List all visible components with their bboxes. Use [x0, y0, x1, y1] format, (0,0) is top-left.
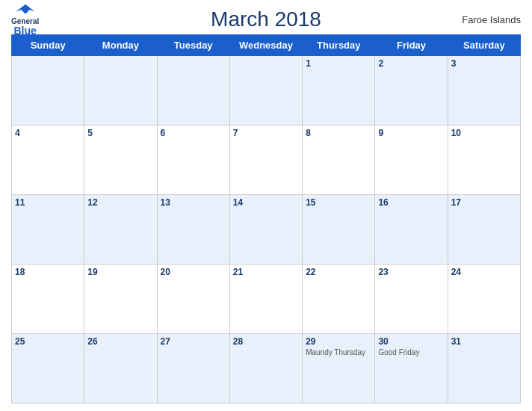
calendar-week-row: 123 — [12, 56, 521, 126]
table-row: 25 — [12, 334, 84, 404]
day-number: 4 — [15, 128, 81, 138]
table-row: 15 — [303, 195, 375, 265]
day-number: 8 — [306, 128, 371, 138]
table-row: 17 — [448, 195, 520, 265]
header-thursday: Thursday — [303, 35, 375, 56]
calendar-header: General Blue March 2018 Faroe Islands — [11, 7, 521, 31]
day-number: 29 — [306, 336, 371, 347]
table-row: 4 — [12, 126, 84, 195]
day-number: 21 — [233, 267, 299, 277]
calendar-week-row: 2526272829Maundy Thursday30Good Friday31 — [12, 334, 521, 404]
day-number: 7 — [233, 128, 299, 138]
table-row: 11 — [12, 195, 84, 265]
day-number: 26 — [87, 336, 153, 347]
generalblue-logo: General Blue — [11, 2, 39, 37]
calendar-week-row: 45678910 — [12, 126, 521, 195]
table-row: 7 — [229, 126, 302, 195]
table-row: 22 — [303, 265, 375, 334]
logo-bird-icon — [14, 2, 37, 17]
header-sunday: Sunday — [12, 35, 84, 56]
table-row: 16 — [375, 195, 448, 265]
table-row: 21 — [229, 265, 302, 334]
day-number: 18 — [15, 267, 81, 277]
table-row: 27 — [157, 334, 229, 404]
day-number: 10 — [451, 128, 517, 138]
table-row: 18 — [12, 265, 84, 334]
calendar-body: 1234567891011121314151617181920212223242… — [12, 56, 521, 404]
calendar-table: Sunday Monday Tuesday Wednesday Thursday… — [11, 34, 521, 404]
header-friday: Friday — [375, 35, 448, 56]
day-number: 15 — [306, 197, 371, 208]
table-row: 30Good Friday — [375, 334, 448, 404]
day-number: 13 — [161, 197, 226, 208]
days-header-row: Sunday Monday Tuesday Wednesday Thursday… — [12, 35, 521, 56]
day-number: 22 — [306, 267, 371, 277]
day-number: 20 — [161, 267, 226, 277]
table-row: 5 — [84, 126, 157, 195]
day-number: 19 — [87, 267, 153, 277]
day-number: 12 — [87, 197, 153, 208]
table-row: 1 — [303, 56, 375, 126]
day-number: 23 — [378, 267, 444, 277]
header-wednesday: Wednesday — [229, 35, 302, 56]
table-row: 8 — [303, 126, 375, 195]
table-row: 9 — [375, 126, 448, 195]
day-number: 5 — [87, 128, 153, 138]
table-row: 10 — [448, 126, 520, 195]
table-row: 2 — [375, 56, 448, 126]
header-monday: Monday — [84, 35, 157, 56]
day-number: 16 — [378, 197, 444, 208]
holiday-label: Maundy Thursday — [306, 348, 371, 356]
day-number: 31 — [451, 336, 517, 347]
logo-blue: Blue — [13, 25, 36, 37]
calendar-week-row: 18192021222324 — [12, 265, 521, 334]
day-number: 6 — [161, 128, 226, 138]
day-number: 24 — [451, 267, 517, 277]
header-tuesday: Tuesday — [157, 35, 229, 56]
day-number: 2 — [378, 58, 444, 69]
svg-marker-0 — [16, 4, 35, 14]
table-row — [229, 56, 302, 126]
table-row: 20 — [157, 265, 229, 334]
day-number: 27 — [161, 336, 226, 347]
table-row: 14 — [229, 195, 302, 265]
table-row: 6 — [157, 126, 229, 195]
table-row: 31 — [448, 334, 520, 404]
day-number: 3 — [451, 58, 517, 69]
table-row: 24 — [448, 265, 520, 334]
day-number: 28 — [233, 336, 299, 347]
region-label: Faroe Islands — [462, 14, 521, 25]
calendar-title: March 2018 — [211, 7, 321, 31]
table-row: 12 — [84, 195, 157, 265]
table-row — [12, 56, 84, 126]
table-row — [84, 56, 157, 126]
table-row: 23 — [375, 265, 448, 334]
table-row: 28 — [229, 334, 302, 404]
day-number: 1 — [306, 58, 371, 69]
day-number: 14 — [233, 197, 299, 208]
header-saturday: Saturday — [448, 35, 520, 56]
table-row: 19 — [84, 265, 157, 334]
table-row: 26 — [84, 334, 157, 404]
day-number: 25 — [15, 336, 81, 347]
day-number: 30 — [378, 336, 444, 347]
table-row: 3 — [448, 56, 520, 126]
table-row: 29Maundy Thursday — [303, 334, 375, 404]
calendar-week-row: 11121314151617 — [12, 195, 521, 265]
table-row — [157, 56, 229, 126]
day-number: 9 — [378, 128, 444, 138]
day-number: 11 — [15, 197, 81, 208]
day-number: 17 — [451, 197, 517, 208]
holiday-label: Good Friday — [378, 348, 444, 356]
table-row: 13 — [157, 195, 229, 265]
